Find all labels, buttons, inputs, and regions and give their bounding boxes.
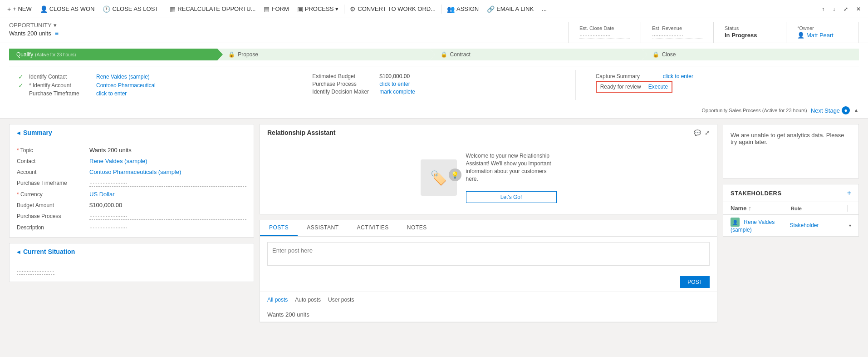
identify-account-value[interactable]: Contoso Pharmaceutical [96,82,156,89]
recalculate-button[interactable]: ▦ RECALCULATE OPPORTU... [166,4,259,15]
filter-user-posts[interactable]: User posts [328,297,354,303]
lets-go-button[interactable]: Let's Go! [466,191,557,203]
nav-expand-button[interactable]: ⤢ [840,4,852,14]
close-as-lost-button[interactable]: 🕐 CLOSE AS LOST [99,4,162,15]
ready-for-review-row: Ready for review Execute [585,81,850,93]
tab-assistant[interactable]: ASSISTANT [298,220,348,236]
lock-icon-close: 🔒 [652,51,659,58]
ra-comment-icon[interactable]: 💬 [694,129,701,136]
lock-icon-propose: 🔒 [228,51,235,58]
purchase-timeframe-field-value[interactable]: ······················· [89,179,246,187]
budget-amount-value: $100,000.00 [89,202,246,208]
sh-sort-icon: ↑ [748,205,751,212]
account-value[interactable]: Contoso Pharmaceuticals (sample) [89,169,246,175]
process-icon: ▣ [297,5,303,13]
ra-welcome-text: Welcome to your new Relationship Assista… [466,152,557,183]
nav-down-button[interactable]: ↓ [829,4,839,14]
form-button[interactable]: ▤ FORM [260,4,292,15]
stakeholders-section: STAKEHOLDERS + Name ↑ Role 👤 Rene Valdes… [723,184,859,237]
stakeholders-add-button[interactable]: + [847,189,851,197]
purchase-process-value[interactable]: click to enter [379,81,410,87]
tab-notes[interactable]: NOTES [398,220,436,236]
currency-value[interactable]: US Dollar [89,191,246,198]
process-fields: ✓ Identify Contact Rene Valdes (sample) … [9,66,859,104]
execute-value[interactable]: Execute [648,84,668,90]
topic-value[interactable]: Wants 200 units [89,147,246,154]
entity-type-dropdown-icon[interactable]: ▾ [54,22,57,29]
entity-menu-icon[interactable]: ≡ [55,30,59,37]
identify-account-row: ✓ * Identify Account Contoso Pharmaceuti… [18,82,283,89]
contact-field: Contact Rene Valdes (sample) [17,156,246,167]
posts-filter-bar: All posts Auto posts User posts [260,292,717,307]
process-col-2: Estimated Budget $100,000.00 Purchase Pr… [292,70,575,100]
stage-contract[interactable]: 🔒 Contract [430,49,647,60]
tab-activities[interactable]: ACTIVITIES [348,220,397,236]
filter-all-posts[interactable]: All posts [267,297,288,303]
main-content: ◀ Summary Topic Wants 200 units Contact … [0,119,868,328]
stakeholder-role-cell[interactable]: Stakeholder [790,222,849,228]
stakeholder-row-chevron[interactable]: ▾ [849,223,851,228]
purchase-timeframe-field: Purchase Timeframe ·····················… [17,178,246,189]
summary-form: Topic Wants 200 units Contact Rene Valde… [10,141,254,237]
more-button[interactable]: ... [538,4,550,14]
next-stage-icon: ● [842,106,850,114]
process-button[interactable]: ▣ PROCESS ▾ [294,4,343,15]
right-panel: We are unable to get analytics data. Ple… [723,124,859,322]
current-sit-collapse-icon[interactable]: ◀ [17,249,20,254]
stage-close[interactable]: 🔒 Close [642,49,859,60]
convert-button[interactable]: ⚙ CONVERT TO WORK ORD... [346,4,439,15]
summary-collapse-icon[interactable]: ◀ [17,130,20,135]
ra-header-icons: 💬 ⤢ [694,129,710,136]
post-footer: POST [260,273,717,292]
filter-auto-posts[interactable]: Auto posts [295,297,321,303]
assign-icon: 👥 [447,5,455,13]
stakeholders-title: STAKEHOLDERS [731,190,782,197]
analytics-section: We are unable to get analytics data. Ple… [723,124,859,178]
post-button[interactable]: POST [680,276,710,288]
entity-header: OPPORTUNITY ▾ Wants 200 units ≡ Est. Clo… [0,18,868,43]
current-situation-section: ◀ Current Situation ····················… [9,243,254,282]
close-as-won-button[interactable]: 👤 CLOSE AS WON [36,4,98,15]
entity-left: OPPORTUNITY ▾ Wants 200 units ≡ [9,22,568,40]
email-link-button[interactable]: 🔗 EMAIL A LINK [483,4,537,15]
capture-summary-value[interactable]: click to enter [663,73,693,79]
purchase-process-field: Purchase Process ······················· [17,211,246,222]
est-budget-value: $100,000.00 [379,73,410,79]
recalc-icon: ▦ [170,5,176,13]
ra-big-icon: 🏷️ 💡 [421,159,457,196]
email-icon: 🔗 [487,5,495,13]
identify-contact-check: ✓ [18,73,25,80]
posts-first-item: Wants 200 units [260,307,717,322]
purchase-timeframe-value[interactable]: click to enter [96,90,127,97]
stage-propose[interactable]: 🔒 Propose [217,49,435,60]
purchase-process-field-value[interactable]: ······················· [89,213,246,220]
capture-summary-row: Capture Summary click to enter [585,73,850,79]
assign-button[interactable]: 👥 ASSIGN [443,4,482,15]
decision-maker-value[interactable]: mark complete [379,89,415,95]
ra-expand-icon[interactable]: ⤢ [705,129,710,136]
tab-posts[interactable]: POSTS [260,220,298,236]
center-panel: Relationship Assistant 💬 ⤢ 🏷️ 💡 Welcome … [260,124,717,322]
next-stage-button[interactable]: Next Stage ● [811,106,850,114]
purchase-timeframe-row: Purchase Timeframe click to enter [18,90,283,97]
contact-value[interactable]: Rene Valdes (sample) [89,158,246,164]
description-value[interactable]: ······················· [89,224,246,231]
ra-body: 🏷️ 💡 Welcome to your new Relationship As… [260,141,717,214]
process-dropdown-icon: ▾ [335,5,338,12]
process-col-1: ✓ Identify Contact Rene Valdes (sample) … [9,70,292,100]
nav-buttons: ↑ ↓ ⤢ ✕ [818,4,864,14]
sh-col-sep-2 [847,205,848,212]
nav-up-button[interactable]: ↑ [818,4,828,14]
stage-qualify[interactable]: Qualify (Active for 23 hours) [9,49,223,60]
post-input[interactable] [267,242,710,266]
separator-2 [344,5,344,14]
current-situation-header: ◀ Current Situation [10,243,254,260]
sh-role-header: Role [791,205,843,212]
stakeholder-contact-icon: 👤 [731,218,740,227]
process-collapse-button[interactable]: ▲ [853,107,859,114]
sh-name-header[interactable]: Name ↑ [731,205,783,212]
identify-contact-value[interactable]: Rene Valdes (sample) [96,74,150,80]
new-button[interactable]: + + NEW [4,4,35,15]
left-panel: ◀ Summary Topic Wants 200 units Contact … [9,124,254,322]
nav-close-button[interactable]: ✕ [853,4,864,14]
